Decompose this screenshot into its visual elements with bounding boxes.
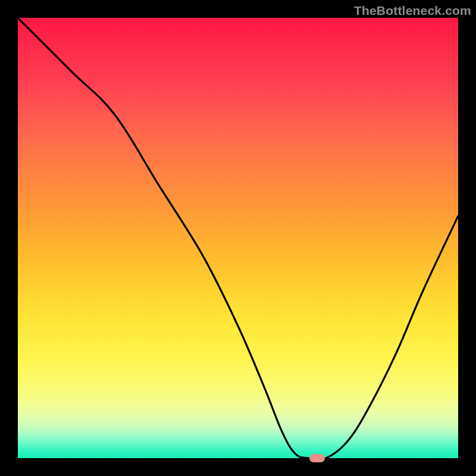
plot-area [18,18,458,458]
optimal-marker [309,454,325,462]
chart-container: TheBottleneck.com [0,0,476,476]
watermark-label: TheBottleneck.com [354,4,471,18]
bottleneck-curve [18,18,458,458]
